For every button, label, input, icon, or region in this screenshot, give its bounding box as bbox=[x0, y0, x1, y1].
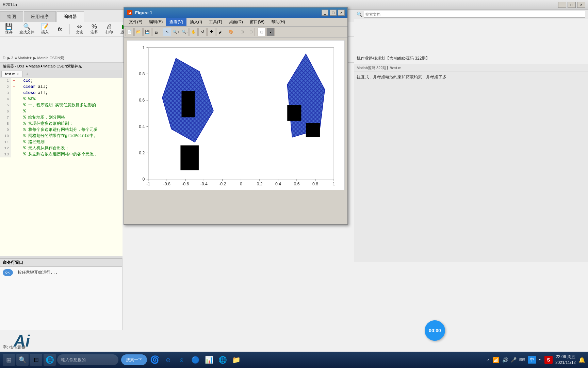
tab-apps[interactable]: 应用程序 bbox=[24, 11, 56, 22]
right-obstacle-1 bbox=[287, 105, 301, 121]
tray-up-arrow[interactable]: ∧ bbox=[487, 357, 490, 362]
fig-white-btn[interactable]: □ bbox=[258, 28, 266, 36]
figure-titlebar: M Figure 1 _ □ × bbox=[124, 7, 347, 18]
menu-window[interactable]: 窗口(W) bbox=[246, 18, 268, 26]
tray-speaker-icon[interactable]: 🔊 bbox=[502, 357, 508, 363]
save-button[interactable]: 💾 保存 bbox=[2, 22, 16, 36]
fig-pan-btn[interactable]: ✋ bbox=[190, 28, 198, 36]
svg-text:M: M bbox=[129, 12, 131, 15]
taskbar-app-1[interactable]: 🌀 bbox=[148, 354, 161, 366]
fig-black-btn[interactable]: ▪ bbox=[266, 28, 275, 36]
taskbar-app-2[interactable]: 🌐 bbox=[216, 354, 229, 366]
editor-tab-bar: test.m × + bbox=[0, 70, 122, 78]
bottom-obstacle bbox=[180, 145, 199, 170]
compare-icon: ⇔ bbox=[77, 24, 82, 30]
menu-file[interactable]: 文件(F) bbox=[126, 18, 146, 26]
menu-view[interactable]: 查看(V) bbox=[166, 18, 186, 26]
save-icon: 💾 bbox=[5, 24, 13, 30]
taskbar-search-bar[interactable]: 输入你想搜的 bbox=[57, 354, 118, 365]
insert-button[interactable]: 📝 插入 bbox=[38, 22, 52, 36]
taskbar-chrome-icon[interactable]: 🔵 bbox=[189, 354, 201, 366]
figure-restore-btn[interactable]: □ bbox=[330, 10, 337, 16]
taskbar-matlab-icon[interactable]: 📊 bbox=[203, 354, 215, 366]
menu-edit[interactable]: 编辑(E) bbox=[146, 18, 166, 26]
fig-colormap-btn[interactable]: 🎨 bbox=[227, 28, 235, 36]
tray-mic-icon[interactable]: 🎤 bbox=[511, 357, 517, 363]
comment-button[interactable]: % 注释 bbox=[87, 22, 101, 36]
fig-new-btn[interactable]: 📄 bbox=[126, 28, 134, 36]
ok-badge: OK! bbox=[3, 269, 13, 276]
code-line-5: 5 % 一、程序说明 实现任意数目多边形的 bbox=[0, 102, 122, 108]
tab-draw[interactable]: 绘图 bbox=[0, 11, 23, 22]
tray-keyboard-icon[interactable]: ⌨ bbox=[519, 357, 525, 362]
tray-network-icon[interactable]: 📶 bbox=[493, 357, 500, 363]
svg-text:-0.2: -0.2 bbox=[219, 182, 226, 186]
fig-datacursor-btn[interactable]: ✚ bbox=[207, 28, 215, 36]
fig-zoom-in-btn[interactable]: 🔍+ bbox=[172, 28, 180, 36]
minimize-btn[interactable]: _ bbox=[558, 2, 566, 8]
fig-save-btn[interactable]: 💾 bbox=[143, 28, 151, 36]
fig-open-btn[interactable]: 📂 bbox=[134, 28, 143, 36]
taskbar-folder-icon[interactable]: 📁 bbox=[230, 354, 242, 366]
find-file-button[interactable]: 🔍 查找文件 bbox=[17, 22, 37, 36]
taskbar-taskview-icon[interactable]: ⊟ bbox=[30, 354, 42, 366]
taskbar: ⊞ 🔍 ⊟ 🌐 输入你想搜的 搜索一下 🌀 e ε 🔵 📊 🌐 📁 ∧ 📶 🔊 … bbox=[0, 352, 588, 368]
code-line-9: 9 % 将每个多边形进行网格划分，每个元腿 bbox=[0, 127, 122, 133]
menu-insert[interactable]: 插入(I) bbox=[186, 18, 205, 26]
figure-window: M Figure 1 _ □ × 文件(F) 编辑(E) 查看(V) 插入(I)… bbox=[124, 7, 348, 225]
ime-indicator[interactable]: 中 bbox=[528, 356, 536, 364]
code-area[interactable]: 1 — clc; 2 — clear all; 3 — close all; 4… bbox=[0, 78, 122, 258]
right-panel-subtitle: Matlab源码 322期】\test.m bbox=[354, 64, 588, 72]
timer-value: 00:00 bbox=[429, 328, 441, 333]
svg-text:-0.6: -0.6 bbox=[182, 182, 189, 186]
comment-icon: % bbox=[92, 24, 97, 30]
taskbar-search-icon[interactable]: 🔍 bbox=[16, 354, 29, 366]
figure-app-icon: M bbox=[127, 10, 132, 15]
taskbar-right: ∧ 📶 🔊 🎤 ⌨ 中 •. S 22:06 周五 2021/11/12 🔔 bbox=[487, 354, 585, 366]
timer-circle: 00:00 bbox=[425, 320, 445, 341]
taskbar-edge-icon[interactable]: ε bbox=[176, 354, 188, 366]
svg-text:1: 1 bbox=[333, 182, 335, 186]
close-btn[interactable]: × bbox=[577, 2, 585, 8]
sogou-icon[interactable]: S bbox=[544, 356, 553, 364]
tab-editor[interactable]: 编辑器 bbox=[56, 11, 84, 22]
taskbar-date-value: 2021/11/12 bbox=[555, 360, 576, 366]
print-button[interactable]: 🖨 打印 bbox=[102, 22, 116, 36]
code-line-10: 10 % 网格划分的结果存在gridPoints中。 bbox=[0, 133, 122, 139]
taskbar-search-button[interactable]: 搜索一下 bbox=[121, 354, 147, 365]
menu-desktop[interactable]: 桌面(D) bbox=[226, 18, 246, 26]
taskbar-time-value: 22:06 周五 bbox=[555, 354, 576, 360]
print-icon: 🖨 bbox=[106, 24, 112, 30]
figure-plot-area: -1 -0.8 -0.6 -0.4 -0.2 0 0.2 0.4 0.6 0.8… bbox=[127, 40, 345, 190]
compare-button[interactable]: ⇔ 比较 bbox=[72, 22, 86, 36]
taskbar-ie-icon[interactable]: 🌐 bbox=[44, 354, 56, 366]
fig-rotate-btn[interactable]: ↺ bbox=[198, 28, 207, 36]
search-input[interactable] bbox=[364, 11, 585, 18]
figure-title: Figure 1 bbox=[135, 10, 319, 15]
menu-help[interactable]: 帮助(H) bbox=[268, 18, 289, 26]
fig-print-btn[interactable]: 🖨 bbox=[152, 28, 160, 36]
editor-breadcrumb: 编辑器 - D:\3 ★Matlab★\Matalb CSDN紫极神光 bbox=[0, 63, 122, 70]
fx-button[interactable]: fx bbox=[53, 26, 67, 33]
fig-split-btn[interactable]: ⊟ bbox=[247, 28, 255, 36]
svg-text:-0.4: -0.4 bbox=[200, 182, 208, 186]
svg-text:0.8: 0.8 bbox=[139, 72, 145, 76]
close-tab-icon[interactable]: × bbox=[17, 72, 19, 76]
maximize-btn[interactable]: □ bbox=[568, 2, 576, 8]
file-tab-test[interactable]: test.m × bbox=[1, 71, 22, 77]
notification-icon[interactable]: 🔔 bbox=[578, 357, 585, 363]
fig-grid-btn[interactable]: ⊞ bbox=[238, 28, 246, 36]
fig-brush-btn[interactable]: 🖌 bbox=[216, 28, 224, 36]
menu-tools[interactable]: 工具(T) bbox=[206, 18, 226, 26]
svg-text:0.2: 0.2 bbox=[139, 151, 145, 155]
figure-close-btn[interactable]: × bbox=[338, 10, 345, 16]
taskbar-clock[interactable]: 22:06 周五 2021/11/12 bbox=[555, 354, 576, 366]
taskbar-ie-2[interactable]: e bbox=[162, 354, 174, 366]
add-tab-button[interactable]: + bbox=[24, 71, 31, 77]
command-window: 命令行窗口 OK! 按任意键开始运行... bbox=[0, 258, 122, 330]
figure-minimize-btn[interactable]: _ bbox=[322, 10, 328, 16]
start-button[interactable]: ⊞ bbox=[3, 354, 15, 366]
fig-zoom-out-btn[interactable]: 🔍- bbox=[181, 28, 189, 36]
fig-cursor-btn[interactable]: ↖ bbox=[163, 28, 171, 36]
code-line-2: 2 — clear all; bbox=[0, 84, 122, 90]
